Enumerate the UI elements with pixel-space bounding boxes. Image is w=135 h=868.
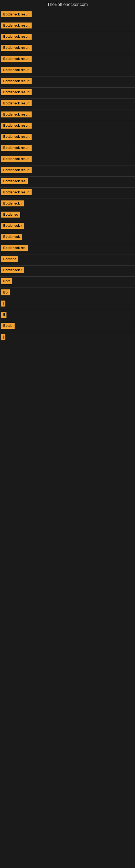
bottleneck-badge[interactable]: Bottleneck result — [1, 11, 32, 18]
divider — [0, 265, 135, 266]
bottleneck-badge[interactable]: Bo — [1, 289, 10, 296]
divider — [0, 176, 135, 177]
divider — [0, 165, 135, 165]
list-item: Bottleneck res — [0, 244, 135, 252]
divider — [0, 232, 135, 232]
divider — [0, 221, 135, 221]
bottleneck-badge[interactable]: Bottleneck r — [1, 267, 24, 273]
divider — [0, 121, 135, 121]
bottleneck-badge[interactable]: Bott — [1, 278, 12, 284]
bottleneck-badge[interactable]: Bottleneck result — [1, 134, 32, 140]
divider — [0, 332, 135, 332]
divider — [0, 154, 135, 154]
bottleneck-badge[interactable]: Bottleneck res — [1, 178, 28, 184]
bottleneck-badge[interactable]: Bottleneck res — [1, 245, 28, 251]
bottleneck-badge[interactable]: B — [1, 312, 6, 318]
bottleneck-badge[interactable]: Bottleneck result — [1, 145, 32, 151]
bottleneck-badge[interactable]: Bottle — [1, 323, 14, 329]
list-item: Bottleneck result — [0, 155, 135, 163]
list-item: Bottleneck result — [0, 133, 135, 141]
bottleneck-badge[interactable]: Bottleneck result — [1, 23, 32, 29]
site-title: TheBottlenecker.com — [0, 0, 135, 10]
bottleneck-badge[interactable]: Bottleneck — [1, 234, 22, 240]
divider — [0, 43, 135, 43]
list-item: Bottle — [0, 322, 135, 330]
divider — [0, 87, 135, 88]
list-item: | — [0, 300, 135, 308]
divider — [0, 287, 135, 288]
list-item: Bottleneck result — [0, 144, 135, 152]
bottleneck-badge[interactable]: Bottleneck result — [1, 45, 32, 51]
list-item: Bottleneck result — [0, 66, 135, 74]
bottleneck-badge[interactable]: Bottleneck r — [1, 200, 24, 207]
divider — [0, 110, 135, 110]
bottleneck-badge[interactable]: Bottleneck result — [1, 123, 32, 129]
bottleneck-badge[interactable]: | — [1, 334, 5, 340]
list-item: Bottleneck result — [0, 99, 135, 107]
divider — [0, 32, 135, 32]
bottleneck-badge[interactable]: Bottleneck r — [1, 223, 24, 229]
divider — [0, 98, 135, 99]
list-item: Bottleneck result — [0, 122, 135, 130]
divider — [0, 198, 135, 199]
bottleneck-badge[interactable]: Bottleneck result — [1, 34, 32, 40]
list-item: B — [0, 311, 135, 319]
divider — [0, 276, 135, 277]
list-item: Bottleneck r — [0, 222, 135, 230]
bottleneck-badge[interactable]: Bottleneck result — [1, 167, 32, 173]
bottleneck-badge[interactable]: Bottleneck result — [1, 112, 32, 118]
list-item: Bott — [0, 277, 135, 285]
list-item: Bottleneck result — [0, 111, 135, 119]
bottleneck-badge[interactable]: Bottleneck result — [1, 67, 32, 73]
divider — [0, 254, 135, 254]
bottleneck-badge[interactable]: Bottleneck result — [1, 89, 32, 95]
bottleneck-badge[interactable]: Bottleneck result — [1, 156, 32, 162]
bottleneck-badge[interactable]: Bottleneck result — [1, 100, 32, 106]
list-item: Bottleneck result — [0, 55, 135, 63]
list-item: Bottlenec — [0, 211, 135, 219]
bottleneck-badge[interactable]: Bottleneck result — [1, 189, 32, 195]
list-item: Bottleneck result — [0, 166, 135, 174]
bottleneck-badge[interactable]: Bottleneck result — [1, 56, 32, 62]
divider — [0, 299, 135, 299]
list-item: Bottleneck r — [0, 199, 135, 208]
list-item: | — [0, 333, 135, 341]
list-item: Bottleneck result — [0, 33, 135, 41]
list-item: Bottleneck result — [0, 10, 135, 19]
divider — [0, 321, 135, 321]
list-item: Bottleneck result — [0, 88, 135, 96]
list-item: Bottleneck result — [0, 22, 135, 30]
bottleneck-badge[interactable]: Bottlene — [1, 256, 18, 262]
divider — [0, 54, 135, 54]
list-item: Bottleneck res — [0, 177, 135, 185]
divider — [0, 132, 135, 132]
list-item: Bo — [0, 288, 135, 297]
divider — [0, 65, 135, 65]
list-item: Bottleneck result — [0, 77, 135, 85]
bottleneck-badge[interactable]: Bottlenec — [1, 212, 20, 218]
bottleneck-badge[interactable]: Bottleneck result — [1, 78, 32, 84]
list-item: Bottleneck result — [0, 188, 135, 196]
list-item: Bottlene — [0, 255, 135, 263]
divider — [0, 187, 135, 188]
divider — [0, 143, 135, 143]
bottleneck-badge[interactable]: | — [1, 301, 5, 307]
divider — [0, 210, 135, 210]
divider — [0, 243, 135, 243]
list-item: Bottleneck r — [0, 266, 135, 274]
list-item: Bottleneck — [0, 233, 135, 241]
divider — [0, 310, 135, 310]
divider — [0, 21, 135, 21]
list-item: Bottleneck result — [0, 44, 135, 52]
divider — [0, 76, 135, 76]
